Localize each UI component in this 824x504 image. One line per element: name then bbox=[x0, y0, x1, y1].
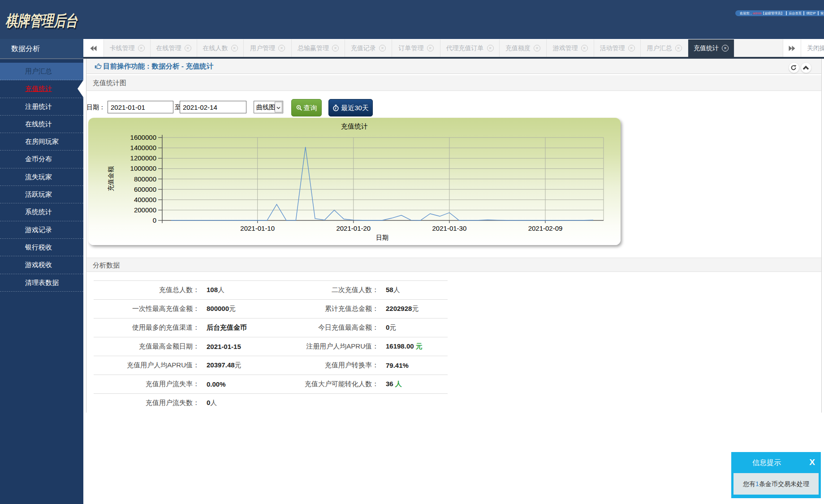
svg-text:日期: 日期 bbox=[376, 234, 388, 241]
svg-text:1200000: 1200000 bbox=[130, 154, 156, 162]
svg-text:2021-01-30: 2021-01-30 bbox=[432, 224, 467, 232]
svg-text:充值统计: 充值统计 bbox=[341, 122, 368, 130]
svg-text:800000: 800000 bbox=[134, 175, 156, 183]
svg-text:2021-01-20: 2021-01-20 bbox=[336, 224, 371, 232]
svg-text:1600000: 1600000 bbox=[130, 134, 156, 141]
svg-text:600000: 600000 bbox=[134, 185, 156, 193]
svg-text:充值金额: 充值金额 bbox=[107, 166, 114, 191]
svg-text:200000: 200000 bbox=[134, 206, 156, 214]
svg-text:1400000: 1400000 bbox=[130, 144, 156, 151]
svg-text:2021-02-09: 2021-02-09 bbox=[528, 224, 563, 232]
svg-text:1000000: 1000000 bbox=[130, 164, 156, 172]
svg-text:400000: 400000 bbox=[134, 196, 156, 203]
svg-text:2021-01-10: 2021-01-10 bbox=[240, 224, 275, 232]
svg-text:0: 0 bbox=[153, 216, 156, 224]
